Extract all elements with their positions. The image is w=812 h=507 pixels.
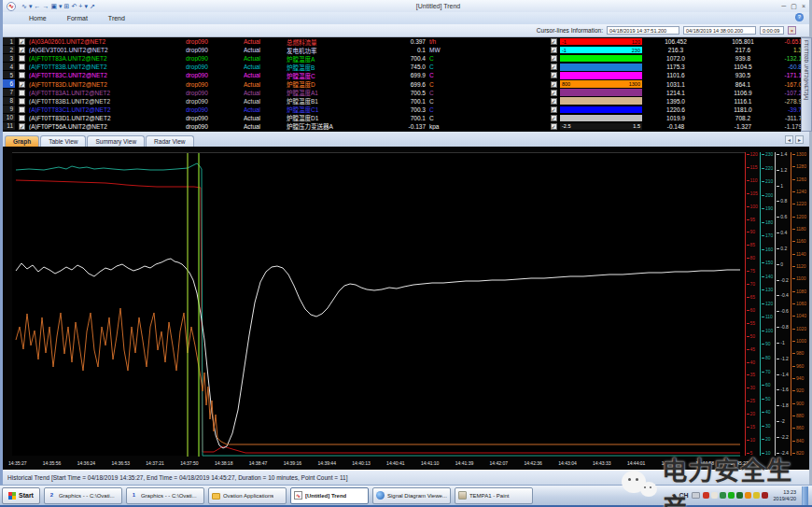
axis-tick-label: 65 <box>747 295 758 300</box>
taskbar-app-num2[interactable]: 2Graphics - - C:\Ovati... <box>44 487 122 504</box>
pen-row[interactable]: 9(A)FT0TT83C1.UNIT2@NET2drop090Actual炉膛温… <box>3 106 809 114</box>
restore-button[interactable]: ▢ <box>791 2 797 10</box>
dropdown-icon[interactable]: ▾ <box>29 2 33 10</box>
cursor-pen-checkbox[interactable]: ✓ <box>551 98 557 105</box>
tab-table-view[interactable]: Table View <box>40 135 86 147</box>
taskbar-app-paint[interactable]: TEMPA1 - Paint <box>455 487 533 504</box>
pen-scale-bar[interactable] <box>560 97 642 105</box>
cursor-pen-checkbox[interactable]: ✓ <box>551 72 557 78</box>
pen-scale-bar[interactable] <box>560 89 642 96</box>
tab-graph[interactable]: Graph <box>5 135 39 147</box>
dropdown-icon[interactable]: ▾ <box>84 2 88 10</box>
cursor-time-1-input[interactable]: 04/18/2019 14:37:51.200 <box>607 26 679 35</box>
axis-tick-label: 1.2 <box>777 168 789 173</box>
trend-lines-icon[interactable]: ∿ <box>21 2 27 10</box>
axis-tick-label: 70 <box>762 370 773 374</box>
pen-visibility-checkbox[interactable] <box>19 90 25 96</box>
pen-visibility-checkbox[interactable] <box>19 115 25 121</box>
pen-row[interactable]: 2✓(A)GEV3T001.UNIT2@NET2drop090Actual发电机… <box>3 46 809 54</box>
pen-visibility-checkbox[interactable]: ✓ <box>19 123 25 130</box>
pen-row[interactable]: 11✓(A)FT0PT56A.UNIT2@NET2drop090Actual炉膛… <box>3 122 809 131</box>
pen-number: 2 <box>3 46 15 54</box>
pen-visibility-checkbox[interactable] <box>19 72 25 78</box>
menu-home[interactable]: Home <box>29 15 47 21</box>
pen-scale-bar[interactable]: -2.51.5 <box>560 123 642 131</box>
taskbar-app-num1[interactable]: 1Graphics - - C:\Ovati... <box>126 487 204 504</box>
cursor-pen-checkbox[interactable]: ✓ <box>551 106 557 113</box>
taskbar-app-folder[interactable]: Ovation Applications <box>208 487 287 504</box>
cursor-time-2-input[interactable]: 04/18/2019 14:38:00.200 <box>683 26 756 35</box>
pen-scale-bar[interactable] <box>560 115 642 122</box>
minimize-button[interactable]: ─ <box>781 2 786 10</box>
cursor-delta-value: -39.7 <box>777 106 802 113</box>
help-icon[interactable]: ? <box>795 13 804 21</box>
pen-row[interactable]: 4(A)FT0TT83B.UNIT2@NET2drop090Actual炉膛温度… <box>3 63 809 71</box>
pen-visibility-checkbox[interactable] <box>19 63 25 70</box>
start-button[interactable]: Start <box>2 487 40 504</box>
export-icon[interactable]: ▣ <box>50 2 57 10</box>
pen-number: 10 <box>3 114 15 122</box>
pen-row[interactable]: 10(A)FT0TT83D1.UNIT2@NET2drop090Actual炉膛… <box>3 114 809 122</box>
menu-trend[interactable]: Trend <box>108 15 125 21</box>
forward-icon[interactable]: → <box>42 2 49 10</box>
pen-row[interactable]: 1✓(A)03A02601.UNIT2@NET2drop090Actual总燃料… <box>3 37 809 46</box>
taskbar-app-globe[interactable]: Signal Diagram Viewe... <box>372 487 451 504</box>
grid-view-icon[interactable]: ⊞ <box>64 2 70 10</box>
cursor-pen-checkbox[interactable]: ✓ <box>551 115 557 121</box>
taskbar-app-trend[interactable]: ∿[Untitled] Trend <box>290 487 369 504</box>
cursor-pen-checkbox[interactable]: ✓ <box>551 90 557 96</box>
undo-icon[interactable]: ↶ <box>71 2 77 10</box>
pen-row[interactable]: 8(A)FT0TT83B1.UNIT2@NET2drop090Actual炉膛温… <box>3 97 809 106</box>
tab-scroll-left-icon[interactable]: ◂ <box>785 135 793 144</box>
pen-row[interactable]: 3(A)FT0TT83A.UNIT2@NET2drop090Actual炉膛温度… <box>3 54 809 63</box>
close-button[interactable]: × <box>802 2 805 10</box>
pen-visibility-checkbox[interactable] <box>19 55 25 62</box>
axis-tick-label: 1160 <box>792 239 806 244</box>
axis-tick-label: 60 <box>762 383 773 387</box>
cursor-close-button[interactable]: × <box>788 26 796 35</box>
cursor-pen-checkbox[interactable]: ✓ <box>551 38 557 45</box>
back-icon[interactable]: ← <box>34 2 40 10</box>
axis-tick-label: 60 <box>747 308 758 313</box>
pen-scale-bar[interactable] <box>560 63 642 71</box>
add-icon[interactable]: + <box>78 2 82 10</box>
cursor-pen-checkbox[interactable]: ✓ <box>551 47 557 53</box>
cursor-pen-checkbox[interactable]: ✓ <box>551 81 557 88</box>
pen-scale-bar[interactable]: -1230 <box>560 47 642 54</box>
pen-visibility-checkbox[interactable]: ✓ <box>19 38 25 45</box>
pen-scale-bar[interactable] <box>560 55 642 63</box>
pen-visibility-checkbox[interactable] <box>19 98 25 105</box>
pen-visibility-checkbox[interactable] <box>19 106 25 113</box>
axis-tick-label: 30 <box>762 424 773 429</box>
pen-row[interactable]: 7(A)FT0TT83A1.UNIT2@NET2drop090Actual炉膛温… <box>3 89 809 97</box>
plot-area[interactable] <box>12 152 745 456</box>
pen-row[interactable]: 6✓(A)FT0TT83D.UNIT2@NET2drop090Actual炉膛温… <box>3 79 809 88</box>
pen-row[interactable]: 5(A)FT0TT83C.UNIT2@NET2drop090Actual炉膛温度… <box>3 71 809 79</box>
pen-scale-bar[interactable]: 8001300 <box>560 80 642 88</box>
pen-scale-bar[interactable] <box>560 106 642 114</box>
pen-scale-bar[interactable]: -1120 <box>560 38 642 46</box>
tab-scroll-right-icon[interactable]: ▸ <box>795 135 804 144</box>
cursor-pen-checkbox[interactable]: ✓ <box>551 63 557 70</box>
axis-tick-label: -0.8 <box>777 325 789 330</box>
dropdown-icon[interactable]: ▾ <box>59 2 63 10</box>
taskbar-app-label: Signal Diagram Viewe... <box>387 493 447 499</box>
tab-summary-view[interactable]: Summary View <box>87 135 145 147</box>
pen-scale-bar[interactable] <box>560 72 642 79</box>
cursor-pen-checkbox[interactable]: ✓ <box>551 123 557 130</box>
pen-visibility-checkbox[interactable]: ✓ <box>19 47 25 53</box>
collapsed-panel-tab[interactable]: FT0TT83D.UNIT2@NET2[A] <box>801 37 812 132</box>
cursor2-value: 1104.5 <box>709 63 777 70</box>
tab-radar-view[interactable]: Radar View <box>146 135 193 147</box>
cursor-pen-checkbox[interactable]: ✓ <box>551 55 557 62</box>
scale-min-label: -1 <box>562 48 567 53</box>
series-generator-power <box>16 163 740 456</box>
pen-visibility-checkbox[interactable]: ✓ <box>19 81 25 88</box>
menu-format[interactable]: Format <box>67 15 88 21</box>
x-tick-label: 14:42:07 <box>490 460 508 466</box>
axis-tick-label: -1.6 <box>777 387 789 392</box>
axis-tick-label: 0 <box>777 262 789 267</box>
axis-tick-label: 1000 <box>792 339 806 344</box>
cursor-delta-value: -1.179 <box>777 123 802 130</box>
cursor-delta-input[interactable]: 0:00:09 <box>760 26 784 35</box>
